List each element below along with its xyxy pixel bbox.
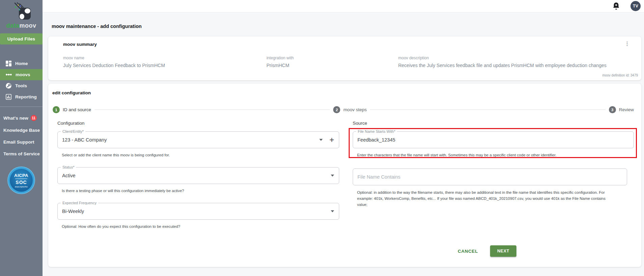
sidebar-item-label: Tools [15, 83, 27, 88]
status-field[interactable]: Status* [57, 167, 339, 184]
page-content: moov maintenance - add configuration moo… [43, 12, 644, 276]
edit-configuration-card: edit configuration 1 ID and source 2 moo… [48, 84, 641, 267]
step-label: Review [619, 107, 634, 112]
step-review[interactable]: 3 Review [609, 106, 634, 113]
step-number: 2 [333, 106, 340, 113]
expected-frequency-input[interactable] [62, 209, 327, 214]
status-label: Status* [61, 165, 76, 169]
sidebar-item-home[interactable]: Home [0, 58, 43, 69]
step-moov-steps[interactable]: 2 moov steps [333, 106, 367, 113]
sidebar-item-reporting[interactable]: Reporting [0, 91, 43, 102]
sidebar-divider [0, 106, 43, 107]
summary-field-label: moov name [63, 56, 266, 60]
wizard-actions: CANCEL NEXT [458, 245, 516, 257]
file-name-starts-with-field[interactable]: File Name Starts With* [353, 131, 634, 148]
wordmark: datamoov [0, 22, 43, 29]
configuration-heading: Configuration [57, 121, 339, 126]
sidebar-nav: Home moovs Tools [0, 58, 43, 102]
app-logo: datamoov [0, 0, 43, 29]
step-number: 3 [609, 106, 616, 113]
sidebar-item-label: moovs [16, 72, 30, 77]
dropdown-caret-icon[interactable] [319, 139, 323, 141]
link-terms-of-service[interactable]: Terms of Service [0, 148, 43, 160]
step-id-and-source[interactable]: 1 ID and source [53, 106, 91, 113]
file-name-contains-input[interactable] [357, 174, 622, 180]
moovs-dots-icon [6, 72, 12, 78]
step-number: 1 [53, 106, 60, 113]
page-title: moov maintenance - add configuration [52, 24, 641, 29]
expected-frequency-helper: Optional: How often do you expect this c… [62, 224, 339, 229]
wordmark-moov: moov [20, 22, 36, 29]
whats-new-count-badge: 11 [31, 115, 37, 121]
client-entity-input[interactable] [62, 137, 316, 143]
link-label: What's new [3, 116, 28, 121]
sidebar: datamoov Upload Files Home moovs [0, 0, 43, 276]
step-label: ID and source [63, 107, 91, 112]
kebab-menu-icon[interactable]: ⋮ [624, 41, 630, 47]
summary-field-value: Receives the July Services feedback file… [398, 63, 636, 68]
summary-field-value: July Services Deduction Feedback to Pris… [63, 63, 266, 68]
link-label: Knowledge Base [3, 128, 40, 133]
next-button[interactable]: NEXT [490, 245, 516, 257]
tools-wrench-icon [6, 83, 11, 89]
file-name-starts-with-helper: Enter the characters that the file name … [357, 152, 634, 158]
configuration-column: Configuration Client/Entity* + Select or… [57, 121, 339, 239]
user-avatar[interactable]: TV [630, 1, 641, 11]
link-label: Email Support [3, 140, 34, 145]
reporting-chart-icon [6, 94, 11, 100]
cancel-button[interactable]: CANCEL [458, 249, 478, 254]
summary-field-label: integration with [266, 56, 398, 60]
dropdown-caret-icon[interactable] [331, 210, 334, 212]
aicpa-soc-badge-inner: AICPA SOC aicpa.org/soc4so [10, 169, 33, 192]
file-name-starts-with-group: File Name Starts With* Enter the charact… [353, 131, 634, 158]
wizard-stepper: 1 ID and source 2 moov steps 3 Review [53, 106, 634, 113]
main-area: TV moov maintenance - add configuration … [43, 0, 644, 276]
stepper-connector [95, 110, 330, 110]
link-whats-new[interactable]: What's new 11 [0, 112, 43, 124]
datamoov-logo-icon [11, 2, 32, 21]
summary-field-integration-with: integration with PrismHCM [266, 56, 398, 68]
sidebar-links: What's new 11 Knowledge Base Email Suppo… [0, 112, 43, 160]
aicpa-soc-badge[interactable]: AICPA SOC aicpa.org/soc4so [7, 166, 35, 194]
file-name-starts-with-label: File Name Starts With* [356, 129, 397, 133]
file-name-contains-group: Optional: in addition to the way the fil… [353, 168, 634, 208]
client-entity-helper: Select or add the client name this moov … [62, 152, 339, 158]
wizard-form: Configuration Client/Entity* + Select or… [57, 121, 635, 239]
topbar: TV [43, 0, 644, 12]
file-name-starts-with-input[interactable] [357, 137, 629, 143]
soc-badge-title: AICPA [14, 173, 28, 178]
status-helper: Is there a testing phase or will this co… [62, 188, 339, 193]
expected-frequency-label: Expected Frequency [61, 201, 98, 205]
soc-badge-subtitle: SOC [16, 180, 27, 185]
sidebar-item-moovs[interactable]: moovs [0, 69, 43, 80]
moov-summary-card: moov summary ⋮ moov name July Services D… [48, 36, 641, 80]
soc-badge-rule [15, 179, 27, 179]
notifications-button[interactable] [613, 2, 620, 10]
file-name-contains-helper: Optional: in addition to the way the fil… [357, 189, 615, 208]
source-heading: Source [353, 121, 634, 126]
summary-field-value: PrismHCM [266, 63, 398, 68]
file-name-contains-field[interactable] [353, 168, 627, 185]
expected-frequency-group: Expected Frequency Optional: How often d… [57, 203, 339, 229]
client-entity-group: Client/Entity* + Select or add the clien… [57, 131, 339, 158]
sidebar-item-label: Home [15, 61, 28, 66]
dropdown-caret-icon[interactable] [331, 175, 334, 177]
expected-frequency-field[interactable]: Expected Frequency [57, 203, 339, 220]
add-client-button[interactable]: + [329, 136, 334, 144]
upload-files-button[interactable]: Upload Files [0, 33, 43, 44]
summary-field-grid: moov name July Services Deduction Feedba… [63, 56, 636, 68]
edit-card-title: edit configuration [52, 90, 641, 95]
source-column: Source File Name Starts With* Enter the … [353, 121, 635, 239]
summary-field-moov-description: moov description Receives the July Servi… [398, 56, 636, 68]
sidebar-item-tools[interactable]: Tools [0, 80, 43, 91]
moov-definition-id: moov definition id: 3479 [602, 73, 638, 77]
summary-card-title: moov summary [63, 42, 636, 47]
link-knowledge-base[interactable]: Knowledge Base [0, 124, 43, 136]
step-label: moov steps [343, 107, 367, 112]
status-input[interactable] [62, 173, 327, 178]
stepper-connector [370, 110, 605, 110]
soc-badge-url: aicpa.org/soc4so [15, 186, 28, 188]
link-email-support[interactable]: Email Support [0, 136, 43, 148]
client-entity-field[interactable]: Client/Entity* + [57, 131, 339, 148]
status-group: Status* Is there a testing phase or will… [57, 167, 339, 193]
